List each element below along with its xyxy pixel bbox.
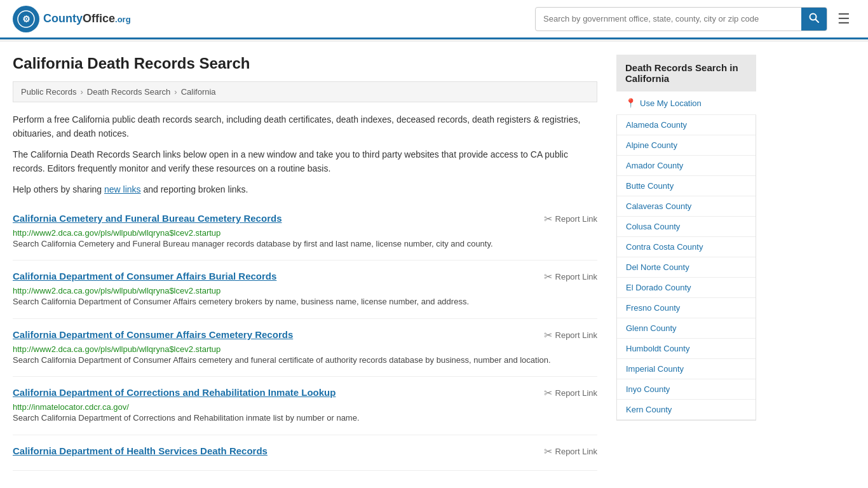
use-my-location-link[interactable]: Use My Location [640,98,702,108]
result-url[interactable]: http://www2.dca.ca.gov/pls/wllpub/wllqry… [13,286,220,295]
result-item: California Cemetery and Funeral Bureau C… [13,203,597,261]
result-item: California Department of Corrections and… [13,377,597,435]
breadcrumb-sep-2: › [174,87,177,97]
report-label: Report Link [555,214,597,224]
breadcrumb: Public Records › Death Records Search › … [13,81,597,102]
report-link-button[interactable]: ✂ Report Link [544,387,597,399]
county-link[interactable]: El Dorado County [617,278,756,297]
result-title[interactable]: California Cemetery and Funeral Bureau C… [13,213,281,224]
report-icon: ✂ [544,445,552,458]
search-bar [535,7,827,31]
breadcrumb-death-records[interactable]: Death Records Search [87,87,171,97]
intro-paragraph-2: The California Death Records Search link… [13,147,597,176]
use-my-location-item[interactable]: 📍 Use My Location [616,92,756,115]
result-item: California Department of Consumer Affair… [13,319,597,377]
county-link[interactable]: Alameda County [617,115,756,135]
result-desc: Search California Department of Consumer… [13,295,597,308]
county-list-item: Inyo County [617,379,756,400]
county-link[interactable]: Kern County [617,400,756,419]
county-list-item: El Dorado County [617,278,756,298]
sidebar-header: Death Records Search in California [616,55,756,92]
result-header: California Department of Health Services… [13,445,597,458]
search-button[interactable] [801,8,827,30]
county-link[interactable]: Amador County [617,156,756,175]
results-container: California Cemetery and Funeral Bureau C… [13,203,597,471]
county-link[interactable]: Fresno County [617,298,756,318]
report-icon: ✂ [544,387,552,399]
breadcrumb-current: California [181,87,216,97]
county-list-item: Kern County [617,400,756,420]
county-link[interactable]: Humboldt County [617,339,756,358]
sidebar: Death Records Search in California 📍 Use… [616,55,756,471]
intro-paragraph-1: Perform a free California public death r… [13,112,597,141]
result-desc: Search California Cemetery and Funeral B… [13,238,597,250]
site-header: ⚙ CountyOffice.org ☰ [0,0,868,39]
county-list-item: Butte County [617,176,756,196]
report-link-button[interactable]: ✂ Report Link [544,445,597,458]
result-title[interactable]: California Department of Corrections and… [13,387,336,398]
county-list-item: Colusa County [617,217,756,237]
result-header: California Department of Consumer Affair… [13,329,597,341]
svg-line-3 [816,19,819,22]
county-link[interactable]: Alpine County [617,135,756,155]
county-link[interactable]: Calaveras County [617,196,756,216]
report-link-button[interactable]: ✂ Report Link [544,271,597,283]
county-list-item: Fresno County [617,298,756,318]
result-url[interactable]: http://www2.dca.ca.gov/pls/wllpub/wllqry… [13,344,220,354]
logo-text: CountyOffice.org [43,12,131,25]
county-link[interactable]: Glenn County [617,318,756,338]
content-area: California Death Records Search Public R… [13,55,597,471]
result-desc: Search California Department of Consumer… [13,354,597,367]
county-list-item: Amador County [617,156,756,176]
result-item: California Department of Health Services… [13,435,597,471]
result-url[interactable]: http://inmatelocator.cdcr.ca.gov/ [13,402,129,412]
report-label: Report Link [555,447,597,456]
report-icon: ✂ [544,213,552,225]
county-link[interactable]: Inyo County [617,379,756,399]
result-title[interactable]: California Department of Consumer Affair… [13,329,293,340]
result-header: California Cemetery and Funeral Bureau C… [13,213,597,225]
intro-3-suffix: and reporting broken links. [141,184,248,194]
report-label: Report Link [555,272,597,281]
report-icon: ✂ [544,329,552,341]
result-item: California Department of Consumer Affair… [13,261,597,319]
result-desc: Search California Department of Correcti… [13,412,597,424]
report-link-button[interactable]: ✂ Report Link [544,213,597,225]
menu-button[interactable]: ☰ [832,8,855,30]
county-link[interactable]: Colusa County [617,217,756,236]
county-list-item: Alameda County [617,115,756,135]
intro-3-prefix: Help others by sharing [13,184,104,194]
county-list-item: Humboldt County [617,339,756,359]
county-list-item: Imperial County [617,359,756,379]
breadcrumb-sep-1: › [80,87,83,97]
logo-icon: ⚙ [13,6,39,32]
county-link[interactable]: Contra Costa County [617,237,756,257]
report-label: Report Link [555,330,597,340]
county-link[interactable]: Del Norte County [617,257,756,277]
county-list-item: Contra Costa County [617,237,756,257]
result-url[interactable]: http://www2.dca.ca.gov/pls/wllpub/wllqry… [13,228,220,238]
main-container: California Death Records Search Public R… [0,42,868,484]
report-label: Report Link [555,388,597,398]
search-input[interactable] [536,9,801,29]
county-list-item: Calaveras County [617,196,756,217]
county-list-item: Alpine County [617,135,756,156]
report-icon: ✂ [544,271,552,283]
result-header: California Department of Corrections and… [13,387,597,399]
county-list-item: Del Norte County [617,257,756,278]
logo-area: ⚙ CountyOffice.org [13,6,131,32]
county-list-item: Glenn County [617,318,756,339]
county-link[interactable]: Imperial County [617,359,756,379]
county-link[interactable]: Butte County [617,176,756,196]
result-title[interactable]: California Department of Health Services… [13,445,268,456]
svg-text:⚙: ⚙ [22,14,31,24]
result-title[interactable]: California Department of Consumer Affair… [13,271,276,281]
new-links-link[interactable]: new links [104,184,141,194]
report-link-button[interactable]: ✂ Report Link [544,329,597,341]
location-pin-icon: 📍 [625,98,636,108]
breadcrumb-public-records[interactable]: Public Records [21,87,76,97]
logo-brand: County [43,12,83,25]
logo-org: .org [115,15,131,24]
result-header: California Department of Consumer Affair… [13,271,597,283]
county-list: Alameda CountyAlpine CountyAmador County… [616,115,756,421]
